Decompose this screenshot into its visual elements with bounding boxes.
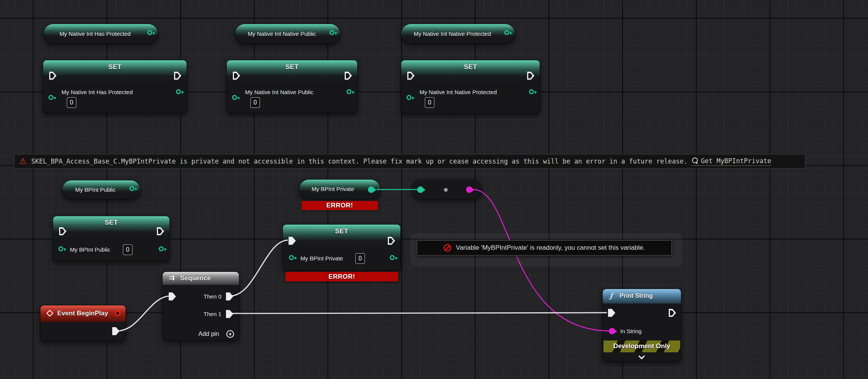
then0-label: Then 0 <box>203 293 221 300</box>
int-input-pin[interactable] <box>48 95 53 100</box>
node-title: Event BeginPlay <box>57 310 108 317</box>
exec-input-pin[interactable] <box>608 309 615 317</box>
then1-label: Then 1 <box>203 311 221 317</box>
error-banner: ERROR! <box>286 272 398 281</box>
int-output-pin[interactable] <box>504 30 509 35</box>
readonly-tooltip: Variable 'MyBPIntPrivate' is readonly, y… <box>417 240 672 255</box>
then1-exec-output-pin[interactable] <box>226 310 233 318</box>
node-event-beginplay[interactable]: Event BeginPlay <box>40 305 126 341</box>
node-set-my-native-int-native-protected[interactable]: SET My Native Int Native Protected 0 <box>401 60 540 114</box>
blueprint-graph-canvas[interactable]: { "colors": { "exec_wire": "#e6e6e6", "i… <box>0 0 868 379</box>
warning-triangle-icon: ⚠ <box>19 157 27 165</box>
expand-chevron-icon[interactable] <box>639 353 645 360</box>
delegate-output-pin[interactable] <box>115 311 120 316</box>
exec-output-pin[interactable] <box>345 72 352 80</box>
variable-title: My Native Int Has Protected <box>44 31 147 37</box>
int-output-pin[interactable] <box>529 89 534 94</box>
error-banner: ERROR! <box>302 201 378 210</box>
int-value-field[interactable]: 0 <box>67 97 76 108</box>
exec-output-pin[interactable] <box>174 72 181 80</box>
pin-label: My Native Int Native Public <box>245 89 313 95</box>
int-input-pin[interactable] <box>232 95 237 100</box>
node-print-string[interactable]: ƒ Print String In String Development Onl… <box>602 289 681 361</box>
int-input-pin[interactable] <box>289 255 294 260</box>
node-get-my-bpint-private[interactable]: My BPInt Private <box>299 179 381 199</box>
int-output-pin[interactable] <box>159 246 164 251</box>
add-pin-label: Add pin <box>198 331 219 337</box>
int-value-field[interactable]: 0 <box>123 244 132 255</box>
wire-exec-then1-to-printstring[interactable] <box>231 313 607 313</box>
node-get-my-native-int-native-public[interactable]: My Native Int Native Public <box>235 24 340 44</box>
string-output-pin[interactable] <box>466 186 473 193</box>
goto-node-link[interactable]: Get MyBPIntPrivate <box>692 157 771 166</box>
node-set-my-bpint-private[interactable]: SET My BPInt Private 0 <box>282 224 401 271</box>
variable-title: My Native Int Native Protected <box>401 31 503 37</box>
add-pin-button[interactable]: + <box>226 330 234 338</box>
development-only-banner: Development Only <box>603 340 680 352</box>
node-set-my-native-int-native-public[interactable]: SET My Native Int Native Public 0 <box>226 60 358 113</box>
set-header: SET <box>283 228 400 235</box>
set-header: SET <box>401 63 540 71</box>
exec-output-pin[interactable] <box>669 309 676 317</box>
node-title: Sequence <box>180 275 211 282</box>
tooltip-container: Variable 'MyBPIntPrivate' is readonly, y… <box>411 233 682 266</box>
goto-node-link-label: Get MyBPIntPrivate <box>701 157 771 165</box>
int-output-pin[interactable] <box>147 30 152 35</box>
exec-output-pin[interactable] <box>388 237 395 245</box>
int-value-field[interactable]: 0 <box>355 253 365 264</box>
int-output-pin[interactable] <box>390 255 395 260</box>
pin-label: My Native Int Native Protected <box>419 89 497 95</box>
node-title: Print String <box>620 292 653 299</box>
node-get-my-bpint-public[interactable]: My BPInt Public <box>62 180 140 199</box>
node-set-my-bpint-public[interactable]: SET My BPInt Public 0 <box>53 216 170 261</box>
pin-label: In String <box>620 328 642 334</box>
int-output-pin[interactable] <box>329 30 334 35</box>
node-get-my-native-int-has-protected[interactable]: My Native Int Has Protected <box>43 24 158 44</box>
int-output-pin[interactable] <box>347 89 352 94</box>
node-int-to-string-conversion[interactable] <box>411 179 482 199</box>
pin-label: My BPInt Public <box>70 246 110 253</box>
then0-exec-output-pin[interactable] <box>226 292 233 300</box>
warning-message: SKEL_BPA_Access_Base_C.MyBPIntPrivate is… <box>31 157 687 165</box>
search-icon <box>692 157 699 164</box>
sequence-icon: ⇉ <box>169 273 175 282</box>
set-header: SET <box>53 219 169 226</box>
compiler-warning-bar: ⚠ SKEL_BPA_Access_Base_C.MyBPIntPrivate … <box>14 154 805 169</box>
exec-input-pin[interactable] <box>289 237 296 245</box>
exec-input-pin[interactable] <box>59 227 66 235</box>
exec-output-pin[interactable] <box>527 72 534 80</box>
int-output-pin[interactable] <box>176 89 181 94</box>
collapsed-pins-dot <box>444 188 448 192</box>
node-get-my-native-int-native-protected[interactable]: My Native Int Native Protected <box>401 24 515 44</box>
tooltip-text: Variable 'MyBPIntPrivate' is readonly, y… <box>456 244 645 252</box>
exec-input-pin[interactable] <box>407 72 415 80</box>
exec-input-pin[interactable] <box>169 292 176 300</box>
set-header: SET <box>43 63 187 71</box>
variable-title: My BPInt Private <box>299 186 366 192</box>
function-icon: ƒ <box>610 291 613 300</box>
pin-label: My BPInt Private <box>300 255 343 262</box>
exec-input-pin[interactable] <box>49 72 56 80</box>
exec-output-pin[interactable] <box>157 227 164 235</box>
set-header: SET <box>227 63 357 71</box>
exec-output-pin[interactable] <box>112 327 119 335</box>
int-value-field[interactable]: 0 <box>250 97 260 108</box>
int-output-pin[interactable] <box>129 186 134 191</box>
int-input-pin[interactable] <box>407 95 411 100</box>
node-set-my-native-int-has-protected[interactable]: SET My Native Int Has Protected 0 <box>43 60 187 113</box>
variable-title: My Native Int Native Public <box>235 31 329 37</box>
no-entry-icon <box>444 244 451 252</box>
variable-title: My BPInt Public <box>62 186 129 193</box>
node-sequence[interactable]: ⇉ Sequence Then 0 Then 1 Add pin + <box>162 271 239 340</box>
exec-input-pin[interactable] <box>233 72 240 80</box>
int-input-pin[interactable] <box>58 246 63 251</box>
pin-label: My Native Int Has Protected <box>61 89 133 95</box>
string-input-pin[interactable] <box>609 328 615 334</box>
int-value-field[interactable]: 0 <box>425 97 434 108</box>
int-input-pin[interactable] <box>417 186 424 193</box>
int-output-pin[interactable] <box>368 186 374 193</box>
